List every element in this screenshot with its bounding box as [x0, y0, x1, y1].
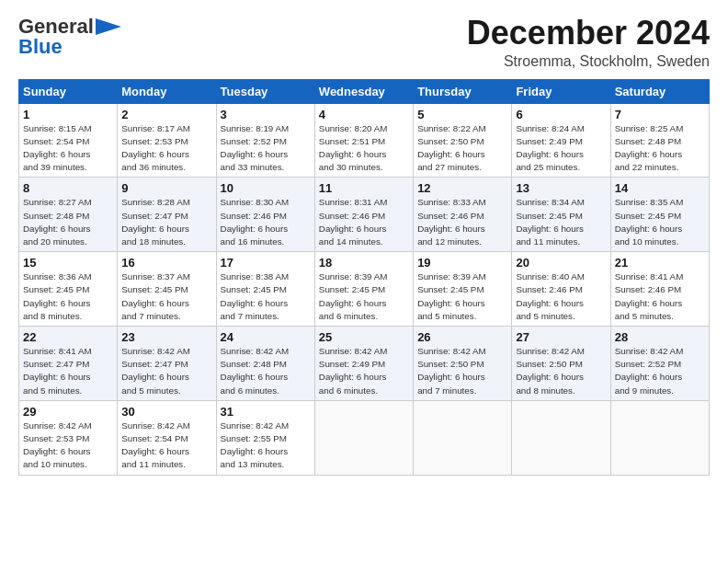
logo: General Blue	[18, 15, 121, 59]
calendar-cell: 4Sunrise: 8:20 AMSunset: 2:51 PMDaylight…	[314, 103, 413, 178]
calendar-header-tuesday: Tuesday	[216, 79, 314, 103]
calendar-cell: 23Sunrise: 8:42 AMSunset: 2:47 PMDayligh…	[118, 327, 216, 401]
day-number: 11	[319, 181, 409, 195]
calendar-cell: 18Sunrise: 8:39 AMSunset: 2:45 PMDayligh…	[314, 252, 413, 327]
day-number: 4	[319, 108, 409, 121]
day-info: Sunrise: 8:42 AMSunset: 2:50 PMDaylight:…	[516, 345, 606, 397]
day-info: Sunrise: 8:39 AMSunset: 2:45 PMDaylight:…	[417, 270, 507, 323]
day-number: 1	[23, 108, 113, 121]
day-info: Sunrise: 8:30 AMSunset: 2:46 PMDaylight:…	[221, 196, 311, 248]
calendar-cell: 14Sunrise: 8:35 AMSunset: 2:45 PMDayligh…	[610, 178, 709, 252]
day-number: 31	[221, 405, 311, 419]
calendar-cell	[610, 400, 709, 475]
calendar-week-5: 29Sunrise: 8:42 AMSunset: 2:53 PMDayligh…	[19, 400, 710, 475]
day-number: 13	[516, 181, 606, 195]
day-info: Sunrise: 8:39 AMSunset: 2:45 PMDaylight:…	[319, 270, 409, 323]
calendar-cell: 31Sunrise: 8:42 AMSunset: 2:55 PMDayligh…	[216, 400, 314, 475]
day-info: Sunrise: 8:28 AMSunset: 2:47 PMDaylight:…	[121, 196, 211, 248]
day-info: Sunrise: 8:40 AMSunset: 2:46 PMDaylight:…	[516, 270, 606, 323]
day-number: 30	[121, 405, 211, 419]
calendar-header-row: SundayMondayTuesdayWednesdayThursdayFrid…	[19, 79, 710, 103]
calendar-cell: 27Sunrise: 8:42 AMSunset: 2:50 PMDayligh…	[512, 327, 610, 401]
day-number: 26	[417, 330, 507, 344]
day-number: 21	[615, 256, 705, 270]
day-info: Sunrise: 8:42 AMSunset: 2:47 PMDaylight:…	[121, 345, 211, 397]
day-info: Sunrise: 8:27 AMSunset: 2:48 PMDaylight:…	[23, 196, 113, 248]
day-number: 9	[121, 181, 211, 195]
day-number: 16	[121, 256, 211, 270]
day-info: Sunrise: 8:19 AMSunset: 2:52 PMDaylight:…	[221, 122, 311, 175]
calendar-header-monday: Monday	[118, 79, 216, 103]
day-info: Sunrise: 8:34 AMSunset: 2:45 PMDaylight:…	[516, 196, 606, 248]
calendar-week-2: 8Sunrise: 8:27 AMSunset: 2:48 PMDaylight…	[19, 178, 710, 252]
calendar-cell: 11Sunrise: 8:31 AMSunset: 2:46 PMDayligh…	[314, 178, 413, 252]
svg-marker-0	[96, 18, 121, 35]
day-info: Sunrise: 8:41 AMSunset: 2:47 PMDaylight:…	[23, 345, 113, 397]
calendar-cell: 5Sunrise: 8:22 AMSunset: 2:50 PMDaylight…	[414, 103, 512, 178]
calendar-cell: 28Sunrise: 8:42 AMSunset: 2:52 PMDayligh…	[610, 327, 709, 401]
calendar-cell: 12Sunrise: 8:33 AMSunset: 2:46 PMDayligh…	[414, 178, 512, 252]
day-number: 3	[221, 108, 311, 121]
calendar-cell: 2Sunrise: 8:17 AMSunset: 2:53 PMDaylight…	[118, 103, 216, 178]
day-info: Sunrise: 8:38 AMSunset: 2:45 PMDaylight:…	[221, 270, 311, 323]
calendar-cell: 30Sunrise: 8:42 AMSunset: 2:54 PMDayligh…	[118, 400, 216, 475]
day-number: 23	[121, 330, 211, 344]
day-info: Sunrise: 8:20 AMSunset: 2:51 PMDaylight:…	[319, 122, 409, 175]
calendar-cell: 6Sunrise: 8:24 AMSunset: 2:49 PMDaylight…	[512, 103, 610, 178]
calendar-header-friday: Friday	[512, 79, 610, 103]
calendar-cell	[414, 400, 512, 475]
day-info: Sunrise: 8:24 AMSunset: 2:49 PMDaylight:…	[516, 122, 606, 175]
day-number: 7	[615, 108, 705, 121]
calendar-cell: 15Sunrise: 8:36 AMSunset: 2:45 PMDayligh…	[19, 252, 118, 327]
month-title: December 2024	[467, 15, 710, 52]
day-number: 20	[516, 256, 606, 270]
day-info: Sunrise: 8:42 AMSunset: 2:49 PMDaylight:…	[319, 345, 409, 397]
calendar-cell: 21Sunrise: 8:41 AMSunset: 2:46 PMDayligh…	[610, 252, 709, 327]
day-info: Sunrise: 8:42 AMSunset: 2:54 PMDaylight:…	[121, 419, 211, 472]
day-number: 29	[23, 405, 113, 419]
calendar-cell: 13Sunrise: 8:34 AMSunset: 2:45 PMDayligh…	[512, 178, 610, 252]
calendar-cell	[512, 400, 610, 475]
calendar-header-saturday: Saturday	[610, 79, 709, 103]
day-info: Sunrise: 8:22 AMSunset: 2:50 PMDaylight:…	[417, 122, 507, 175]
day-number: 28	[615, 330, 705, 344]
day-info: Sunrise: 8:42 AMSunset: 2:55 PMDaylight:…	[221, 419, 311, 472]
day-info: Sunrise: 8:42 AMSunset: 2:50 PMDaylight:…	[417, 345, 507, 397]
calendar-cell: 7Sunrise: 8:25 AMSunset: 2:48 PMDaylight…	[610, 103, 709, 178]
day-number: 24	[221, 330, 311, 344]
day-number: 2	[121, 108, 211, 121]
day-number: 10	[221, 181, 311, 195]
calendar-header-wednesday: Wednesday	[314, 79, 413, 103]
day-number: 15	[23, 256, 113, 270]
calendar-week-4: 22Sunrise: 8:41 AMSunset: 2:47 PMDayligh…	[19, 327, 710, 401]
day-number: 17	[221, 256, 311, 270]
day-number: 5	[417, 108, 507, 121]
calendar-cell: 8Sunrise: 8:27 AMSunset: 2:48 PMDaylight…	[19, 178, 118, 252]
day-info: Sunrise: 8:15 AMSunset: 2:54 PMDaylight:…	[23, 122, 113, 175]
calendar-cell: 9Sunrise: 8:28 AMSunset: 2:47 PMDaylight…	[118, 178, 216, 252]
day-number: 19	[417, 256, 507, 270]
calendar-table: SundayMondayTuesdayWednesdayThursdayFrid…	[18, 79, 710, 476]
day-info: Sunrise: 8:25 AMSunset: 2:48 PMDaylight:…	[615, 122, 705, 175]
calendar-cell: 26Sunrise: 8:42 AMSunset: 2:50 PMDayligh…	[414, 327, 512, 401]
calendar-header-thursday: Thursday	[414, 79, 512, 103]
day-number: 22	[23, 330, 113, 344]
calendar-cell: 17Sunrise: 8:38 AMSunset: 2:45 PMDayligh…	[216, 252, 314, 327]
day-number: 14	[615, 181, 705, 195]
calendar-cell: 10Sunrise: 8:30 AMSunset: 2:46 PMDayligh…	[216, 178, 314, 252]
header: General Blue December 2024 Stroemma, Sto…	[18, 15, 710, 70]
calendar-cell: 3Sunrise: 8:19 AMSunset: 2:52 PMDaylight…	[216, 103, 314, 178]
day-info: Sunrise: 8:35 AMSunset: 2:45 PMDaylight:…	[615, 196, 705, 248]
calendar-cell: 29Sunrise: 8:42 AMSunset: 2:53 PMDayligh…	[19, 400, 118, 475]
logo-flag-icon	[96, 18, 121, 35]
calendar-cell: 16Sunrise: 8:37 AMSunset: 2:45 PMDayligh…	[118, 252, 216, 327]
day-info: Sunrise: 8:17 AMSunset: 2:53 PMDaylight:…	[121, 122, 211, 175]
logo-blue: Blue	[18, 35, 63, 59]
title-block: December 2024 Stroemma, Stockholm, Swede…	[467, 15, 710, 70]
day-info: Sunrise: 8:31 AMSunset: 2:46 PMDaylight:…	[319, 196, 409, 248]
calendar-cell: 19Sunrise: 8:39 AMSunset: 2:45 PMDayligh…	[414, 252, 512, 327]
day-number: 12	[417, 181, 507, 195]
day-number: 8	[23, 181, 113, 195]
calendar-cell: 24Sunrise: 8:42 AMSunset: 2:48 PMDayligh…	[216, 327, 314, 401]
day-info: Sunrise: 8:42 AMSunset: 2:52 PMDaylight:…	[615, 345, 705, 397]
